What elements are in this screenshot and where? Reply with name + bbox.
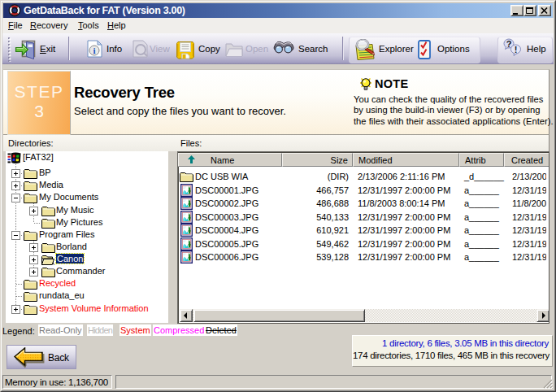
svg-text:i: i <box>93 46 95 55</box>
svg-text:?: ? <box>506 39 512 49</box>
svg-text:!: ! <box>515 45 518 54</box>
